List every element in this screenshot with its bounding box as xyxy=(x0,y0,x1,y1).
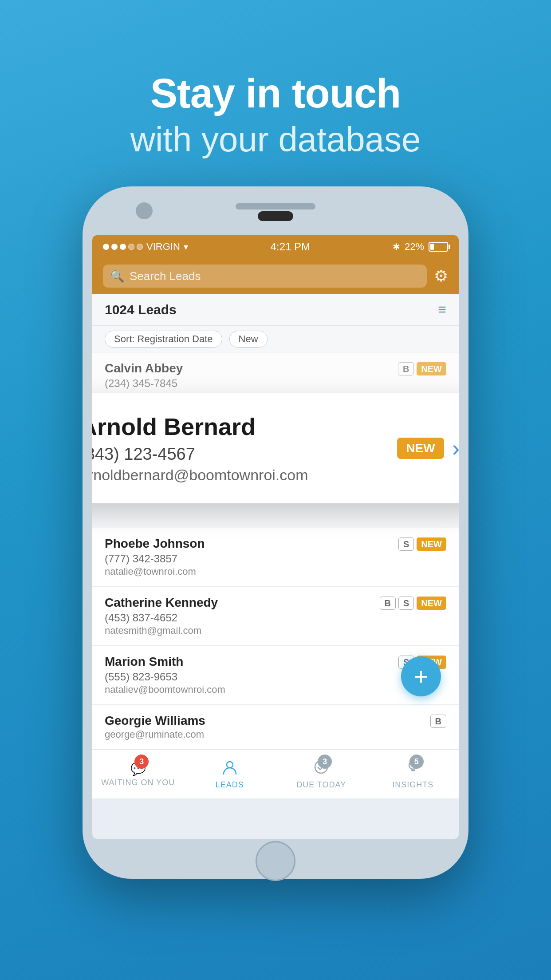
badge-new: NEW xyxy=(417,537,446,551)
page-header: Stay in touch with your database xyxy=(130,71,421,160)
badge-b: B xyxy=(398,362,414,375)
floating-card-badge: NEW xyxy=(397,438,444,459)
signal-dot-4 xyxy=(128,244,134,250)
search-placeholder: Search Leads xyxy=(130,269,201,283)
due-today-label: DUE TODAY xyxy=(296,780,346,790)
status-left: VIRGIN ▾ xyxy=(103,241,188,253)
status-right: ✱ 22% xyxy=(393,241,448,253)
lead-phone: (777) 342-3857 xyxy=(105,553,446,565)
phone-screen: VIRGIN ▾ 4:21 PM ✱ 22% 🔍 Search Leads ⚙ … xyxy=(92,235,459,839)
insights-label: INSIGHTS xyxy=(392,780,433,790)
camera-icon xyxy=(136,202,153,219)
lead-email: natalie@townroi.com xyxy=(105,566,446,577)
insights-badge: 5 xyxy=(409,755,424,769)
sort-chip-new[interactable]: New xyxy=(229,331,268,348)
filter-icon[interactable]: ≡ xyxy=(438,301,446,318)
home-button[interactable] xyxy=(256,841,295,881)
floating-card-email: arnoldbernard@boomtownroi.com xyxy=(92,466,459,484)
bottom-nav: 3 💬 WAITING ON YOU LEADS 3 xyxy=(92,750,459,798)
lead-name: Phoebe Johnson xyxy=(105,537,446,551)
speaker xyxy=(236,203,315,209)
plus-icon: + xyxy=(414,664,428,688)
lead-item-georgie[interactable]: Georgie Williams george@ruminate.com B xyxy=(92,705,459,750)
lead-badges: B NEW xyxy=(398,362,446,375)
wifi-icon: ▾ xyxy=(184,241,188,252)
lead-badges: B S NEW xyxy=(380,597,446,610)
nav-due-today[interactable]: 3 DUE TODAY xyxy=(276,750,367,798)
lead-badges: S NEW xyxy=(398,537,446,551)
status-bar: VIRGIN ▾ 4:21 PM ✱ 22% xyxy=(92,235,459,258)
sort-chip-registration[interactable]: Sort: Registration Date xyxy=(105,331,222,348)
battery-icon xyxy=(429,242,448,252)
search-input-area[interactable]: 🔍 Search Leads xyxy=(103,265,427,288)
lead-email: natesmith@gmail.com xyxy=(105,625,446,636)
badge-b: B xyxy=(430,715,446,728)
phone-top xyxy=(83,186,468,235)
leads-label: LEADS xyxy=(216,780,244,790)
phone-bottom xyxy=(83,843,468,879)
leads-count: 1024 Leads xyxy=(105,302,177,317)
home-sensor xyxy=(258,211,293,221)
search-bar[interactable]: 🔍 Search Leads ⚙ xyxy=(92,258,459,294)
badge-s: S xyxy=(398,537,414,551)
signal-dot-5 xyxy=(137,244,143,250)
lead-badges: B xyxy=(430,715,446,728)
leads-icon xyxy=(222,759,238,778)
lead-phone: (234) 345-7845 xyxy=(105,377,446,390)
sort-bar: Sort: Registration Date New xyxy=(92,326,459,352)
leads-count-bar: 1024 Leads ≡ xyxy=(92,294,459,326)
floating-card[interactable]: Arnold Bernard (843) 123-4567 arnoldbern… xyxy=(92,393,459,503)
carrier-label: VIRGIN xyxy=(146,241,180,253)
lead-list: Calvin Abbey (234) 345-7845 B NEW Arnold… xyxy=(92,352,459,750)
signal-dot-2 xyxy=(111,244,118,250)
battery-fill xyxy=(430,244,434,250)
lead-item-phoebe[interactable]: Phoebe Johnson (777) 342-3857 natalie@to… xyxy=(92,528,459,587)
floating-card-actions: NEW › xyxy=(397,435,459,462)
chevron-right-icon[interactable]: › xyxy=(452,435,459,462)
waiting-badge: 3 xyxy=(134,755,149,769)
lead-phone: (555) 823-9653 xyxy=(105,671,446,683)
main-subtitle: with your database xyxy=(130,119,421,160)
nav-waiting-on-you[interactable]: 3 💬 WAITING ON YOU xyxy=(92,750,184,798)
main-title: Stay in touch xyxy=(130,71,421,116)
bluetooth-icon: ✱ xyxy=(393,241,400,252)
signal-dot-3 xyxy=(120,244,126,250)
badge-new: NEW xyxy=(417,362,446,375)
add-lead-fab[interactable]: + xyxy=(401,656,441,696)
lead-item-catherine[interactable]: Catherine Kennedy (453) 837-4652 natesmi… xyxy=(92,587,459,646)
badge-b: B xyxy=(380,597,396,610)
waiting-label: WAITING ON YOU xyxy=(101,778,175,787)
svg-point-0 xyxy=(227,762,233,768)
time-display: 4:21 PM xyxy=(271,241,310,253)
phone-shell: VIRGIN ▾ 4:21 PM ✱ 22% 🔍 Search Leads ⚙ … xyxy=(83,186,468,879)
lead-phone: (453) 837-4652 xyxy=(105,612,446,624)
signal-dot-1 xyxy=(103,244,109,250)
nav-insights[interactable]: 5 INSIGHTS xyxy=(367,750,459,798)
lead-item-calvin[interactable]: Calvin Abbey (234) 345-7845 B NEW xyxy=(92,352,459,399)
settings-icon[interactable]: ⚙ xyxy=(434,267,448,285)
lead-name: Georgie Williams xyxy=(105,714,446,728)
badge-new: NEW xyxy=(417,597,446,610)
signal-dots xyxy=(103,244,143,250)
lead-name: Calvin Abbey xyxy=(105,361,446,375)
battery-percent: 22% xyxy=(405,241,424,253)
search-icon: 🔍 xyxy=(110,269,124,283)
badge-s: S xyxy=(398,597,414,610)
lead-email: george@ruminate.com xyxy=(105,729,446,740)
due-today-badge: 3 xyxy=(318,755,332,769)
nav-leads[interactable]: LEADS xyxy=(184,750,276,798)
lead-email: nataliev@boomtownroi.com xyxy=(105,684,446,695)
lead-name: Marion Smith xyxy=(105,655,446,669)
